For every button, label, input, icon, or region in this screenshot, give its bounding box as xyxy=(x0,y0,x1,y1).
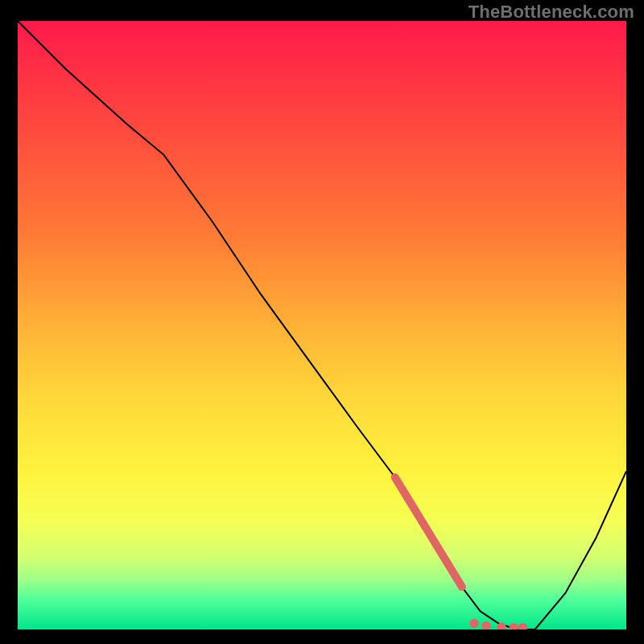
chart-frame: TheBottleneck.com xyxy=(0,0,644,644)
highlight-dot xyxy=(469,619,478,628)
chart-background-gradient xyxy=(18,21,626,630)
chart-plot-area xyxy=(18,21,626,630)
chart-svg xyxy=(18,21,626,630)
watermark-text: TheBottleneck.com xyxy=(469,2,634,23)
